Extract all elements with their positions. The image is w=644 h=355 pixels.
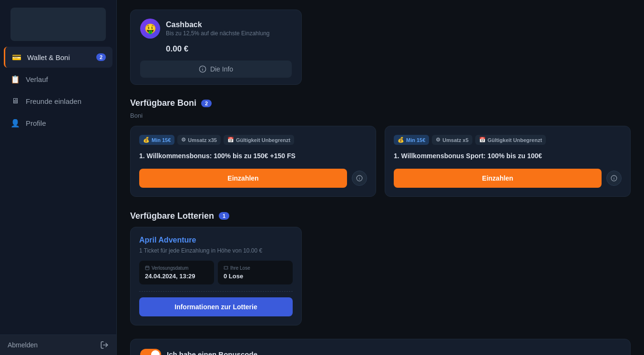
lottery-tickets-cell: Ihre Lose 0 Lose [218, 261, 293, 284]
bonus-info-circle-1[interactable] [352, 171, 367, 186]
profile-icon: 👤 [10, 118, 20, 128]
info-icon-2 [611, 175, 617, 182]
main-content: 🤑 Cashback Bis zu 12,5% auf die nächste … [117, 0, 644, 355]
bonus-info-circle-2[interactable] [606, 171, 622, 186]
sidebar-logo [10, 8, 106, 41]
info-icon-1 [356, 175, 363, 182]
sidebar-item-profile-label: Profile [26, 119, 46, 127]
cashback-subtitle: Bis zu 12,5% auf die nächste Einzahlung [166, 30, 269, 37]
bonus-card-1-tags: 💰 Min 15€ ⚙ Umsatz x35 📅 Gültigkeit Unbe… [139, 135, 367, 145]
sidebar-item-freunde[interactable]: 🖥 Freunde einladen [4, 91, 112, 112]
info-icon [199, 65, 206, 73]
bonuscode-header: Ich habe einen Bonuscode [140, 349, 621, 355]
cashback-icon: 🤑 [140, 19, 160, 39]
svg-rect-10 [145, 266, 149, 270]
lottery-draw-date-value: 24.04.2024, 13:29 [145, 273, 208, 280]
sidebar-navigation: 💳 Wallet & Boni 2 📋 Verlauf 🖥 Freunde ei… [0, 47, 116, 133]
lottery-section-badge: 1 [219, 212, 229, 220]
bonuscode-label: Ich habe einen Bonuscode [167, 350, 257, 355]
tag-icon-money-2: 💰 [398, 137, 404, 143]
sidebar-item-verlauf-label: Verlauf [26, 75, 48, 83]
tag-icon-calendar-1: 📅 [227, 137, 234, 143]
bonus-tag-gultigkeit-1: 📅 Gültigkeit Unbegrenzt [224, 135, 294, 145]
cashback-title: Cashback [166, 20, 269, 29]
sidebar-item-profile[interactable]: 👤 Profile [4, 112, 112, 133]
wallet-badge: 2 [96, 53, 106, 61]
cashback-info: Cashback Bis zu 12,5% auf die nächste Ei… [166, 20, 269, 37]
lottery-section-header: Verfügbare Lotterien 1 [130, 211, 631, 221]
bonus-card-2-tags: 💰 Min 15€ ⚙ Umsatz x5 📅 Gültigkeit Unbeg… [394, 135, 622, 145]
boni-section-header: Verfügbare Boni 2 [130, 98, 631, 108]
cashback-amount: 0.00 € [140, 44, 292, 54]
sidebar-item-freunde-label: Freunde einladen [26, 97, 82, 105]
lottery-divider [139, 291, 293, 292]
bonus-tag-gultigkeit-2: 📅 Gültigkeit Unbegrenzt [475, 135, 546, 145]
logout-icon [100, 341, 109, 349]
tag-label-min-1: Min 15€ [152, 137, 171, 143]
boni-section-title: Verfügbare Boni [130, 98, 196, 108]
bonus-card-1-title: 1. Willkommensbonus: 100% bis zu 150€ +1… [139, 152, 367, 161]
bonus-card-2-actions: Einzahlen [394, 169, 622, 188]
freunde-icon: 🖥 [10, 96, 20, 106]
tag-icon-money-1: 💰 [143, 137, 150, 143]
boni-section-label: Boni [130, 112, 631, 119]
sidebar-item-verlauf[interactable]: 📋 Verlauf [4, 69, 112, 90]
lottery-tickets-label: Ihre Lose [224, 265, 287, 271]
bonus-tag-min-2: 💰 Min 15€ [394, 135, 429, 145]
cashback-info-button[interactable]: Die Info [140, 61, 292, 78]
tag-label-gultigkeit-1: Gültigkeit Unbegrenzt [236, 137, 290, 143]
cashback-header: 🤑 Cashback Bis zu 12,5% auf die nächste … [140, 19, 292, 39]
bonus-cards-grid: 💰 Min 15€ ⚙ Umsatz x35 📅 Gültigkeit Unbe… [130, 126, 631, 197]
boni-section-badge: 2 [201, 100, 212, 107]
cashback-card: 🤑 Cashback Bis zu 12,5% auf die nächste … [130, 10, 302, 85]
lottery-draw-date-label: Verlosungsdatum [145, 265, 208, 271]
tag-icon-calendar-2: 📅 [479, 137, 486, 143]
tag-icon-gear-2: ⚙ [436, 137, 440, 143]
einzahlen-button-2[interactable]: Einzahlen [394, 169, 602, 188]
lottery-card-title: April Adventure [139, 236, 293, 244]
bonus-tag-umsatz-2: ⚙ Umsatz x5 [432, 135, 472, 145]
lottery-info-button[interactable]: Informationen zur Lotterie [139, 297, 293, 316]
bonuscode-section: Ich habe einen Bonuscode [130, 339, 631, 355]
bonuscode-toggle[interactable] [140, 349, 161, 355]
bonus-tag-min-1: 💰 Min 15€ [139, 135, 174, 145]
lottery-section: Verfügbare Lotterien 1 April Adventure 1… [130, 211, 631, 325]
logout-button[interactable]: Abmelden [0, 335, 116, 355]
bonus-card-2-title: 1. Willkommensbonus Sport: 100% bis zu 1… [394, 152, 622, 161]
wallet-icon: 💳 [12, 52, 21, 62]
ticket-icon [224, 265, 228, 270]
lottery-section-title: Verfügbare Lotterien [130, 211, 214, 221]
einzahlen-button-1[interactable]: Einzahlen [139, 169, 347, 188]
lottery-draw-date-cell: Verlosungsdatum 24.04.2024, 13:29 [139, 261, 214, 284]
lottery-card-subtitle: 1 Ticket für jede Einzahlung in Höhe von… [139, 247, 293, 254]
tag-icon-gear-1: ⚙ [181, 137, 186, 143]
tag-label-umsatz-2: Umsatz x5 [442, 137, 468, 143]
tag-label-gultigkeit-2: Gültigkeit Unbegrenzt [488, 137, 542, 143]
sidebar-item-wallet-label: Wallet & Boni [27, 53, 70, 61]
bonus-card-1-actions: Einzahlen [139, 169, 367, 188]
cashback-info-label: Die Info [210, 65, 233, 73]
lottery-card: April Adventure 1 Ticket für jede Einzah… [130, 227, 302, 325]
bonus-card-2: 💰 Min 15€ ⚙ Umsatz x5 📅 Gültigkeit Unbeg… [385, 126, 631, 197]
cashback-emoji: 🤑 [144, 23, 156, 34]
bonus-tag-umsatz-1: ⚙ Umsatz x35 [177, 135, 221, 145]
bonus-card-1: 💰 Min 15€ ⚙ Umsatz x35 📅 Gültigkeit Unbe… [130, 126, 376, 197]
tag-label-min-2: Min 15€ [406, 137, 425, 143]
logout-label: Abmelden [8, 341, 38, 349]
verlauf-icon: 📋 [10, 74, 20, 84]
toggle-slider [140, 349, 161, 355]
tag-label-umsatz-1: Umsatz x35 [188, 137, 217, 143]
lottery-info-row: Verlosungsdatum 24.04.2024, 13:29 Ihre L… [139, 261, 293, 284]
calendar-icon [145, 265, 150, 270]
sidebar: 💳 Wallet & Boni 2 📋 Verlauf 🖥 Freunde ei… [0, 0, 117, 355]
sidebar-item-wallet[interactable]: 💳 Wallet & Boni 2 [4, 47, 112, 68]
lottery-tickets-value: 0 Lose [224, 273, 287, 280]
